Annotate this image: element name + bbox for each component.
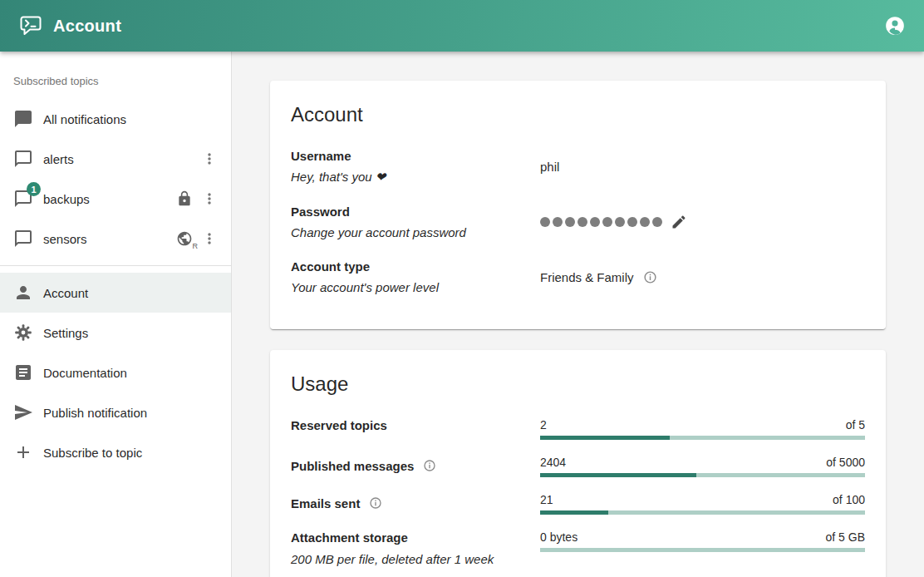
usage-limit-value: of 5 GB bbox=[826, 530, 865, 544]
notification-count-badge: 1 bbox=[27, 182, 41, 196]
usage-meter: 2of 5 bbox=[540, 418, 865, 440]
person-icon bbox=[13, 283, 33, 303]
account-card: Account UsernameHey, that's you ❤philPas… bbox=[270, 81, 886, 329]
more-vert-icon[interactable] bbox=[199, 229, 219, 249]
sidebar-subheader: Subscribed topics bbox=[0, 52, 231, 99]
topic-list: All notificationsalerts1backupssensorsR bbox=[0, 99, 231, 259]
page-layout: Subscribed topics All notificationsalert… bbox=[0, 52, 924, 577]
usage-card: Usage Reserved topics2of 5Published mess… bbox=[270, 350, 886, 577]
password-dot bbox=[652, 217, 662, 227]
usage-current-value: 21 bbox=[540, 493, 553, 506]
usage-current-value: 2404 bbox=[540, 456, 566, 469]
usage-row-attachment-storage: Attachment storage200 MB per file, delet… bbox=[291, 530, 865, 566]
sidebar-item-backups[interactable]: 1backups bbox=[0, 179, 231, 219]
field-subtitle: Hey, that's you ❤ bbox=[291, 170, 540, 185]
field-value-text: Friends & Family bbox=[540, 270, 634, 284]
usage-meter: 21of 100 bbox=[540, 493, 865, 515]
info-icon[interactable] bbox=[420, 456, 440, 476]
sidebar-item-label: Settings bbox=[43, 326, 219, 340]
sidebar-item-account[interactable]: Account bbox=[0, 273, 231, 313]
account-field-row-username: UsernameHey, that's you ❤phil bbox=[291, 149, 865, 185]
sidebar-item-label: Account bbox=[43, 286, 219, 300]
usage-label-text: Attachment storage bbox=[291, 530, 408, 545]
page-title: Account bbox=[53, 17, 121, 36]
usage-meter: 2404of 5000 bbox=[540, 456, 865, 477]
more-vert-icon[interactable] bbox=[199, 149, 219, 169]
sidebar-item-documentation[interactable]: Documentation bbox=[0, 353, 231, 392]
usage-limit-value: of 5 bbox=[846, 418, 865, 432]
sidebar-item-label: backups bbox=[43, 192, 174, 206]
more-vert-icon[interactable] bbox=[199, 189, 219, 209]
password-dot bbox=[540, 217, 550, 227]
field-subtitle: Your account's power level bbox=[291, 280, 540, 294]
password-dot bbox=[578, 217, 587, 227]
password-dot bbox=[602, 217, 612, 227]
usage-meters: Reserved topics2of 5Published messages24… bbox=[291, 418, 865, 566]
account-rows: UsernameHey, that's you ❤philPasswordCha… bbox=[291, 149, 865, 294]
usage-label-text: Reserved topics bbox=[291, 418, 387, 432]
password-dot bbox=[627, 217, 637, 227]
nav-list: Account SettingsDocumentationPublish not… bbox=[0, 273, 231, 472]
sidebar-item-label: Documentation bbox=[43, 366, 219, 380]
field-value-text: phil bbox=[540, 160, 559, 174]
sidebar-item-sensors[interactable]: sensorsR bbox=[0, 219, 231, 259]
usage-current-value: 0 bytes bbox=[540, 530, 578, 544]
chat-outline-icon bbox=[13, 149, 33, 169]
usage-label: Emails sent bbox=[291, 493, 540, 513]
usage-label: Attachment storage bbox=[291, 530, 540, 545]
info-icon[interactable] bbox=[641, 267, 661, 287]
password-dot bbox=[565, 217, 575, 227]
password-dots bbox=[540, 217, 662, 227]
app-header: Account bbox=[0, 0, 924, 52]
usage-subtitle: 200 MB per file, deleted after 1 week bbox=[291, 552, 540, 566]
field-subtitle: Change your account password bbox=[291, 225, 540, 239]
sidebar-item-alerts[interactable]: alerts bbox=[0, 139, 231, 179]
sidebar-item-subscribe-to-topic[interactable]: Subscribe to topic bbox=[0, 432, 231, 472]
usage-card-title: Usage bbox=[291, 372, 865, 396]
password-dot bbox=[553, 217, 563, 227]
account-field-row-account-type: Account typeYour account's power levelFr… bbox=[291, 259, 865, 294]
progress-fill bbox=[540, 473, 696, 477]
reserved-globe-icon: R bbox=[174, 229, 194, 249]
sidebar-item-settings[interactable]: Settings bbox=[0, 313, 231, 353]
account-circle-icon[interactable] bbox=[884, 15, 906, 37]
chat-filled-icon bbox=[13, 109, 33, 129]
usage-row-published-messages: Published messages2404of 5000 bbox=[291, 456, 865, 477]
sidebar-item-label: alerts bbox=[43, 152, 199, 166]
field-value: Friends & Family bbox=[540, 267, 865, 287]
sidebar: Subscribed topics All notificationsalert… bbox=[0, 52, 232, 577]
password-dot bbox=[590, 217, 600, 227]
article-icon bbox=[13, 362, 33, 382]
sidebar-item-label: Publish notification bbox=[43, 406, 219, 420]
usage-limit-value: of 100 bbox=[833, 493, 865, 506]
sidebar-item-label: sensors bbox=[43, 232, 174, 246]
progress-bar bbox=[540, 510, 865, 515]
usage-label-text: Emails sent bbox=[291, 496, 360, 510]
progress-bar bbox=[540, 548, 865, 552]
sidebar-item-publish-notification[interactable]: Publish notification bbox=[0, 392, 231, 432]
account-field-row-password: PasswordChange your account password bbox=[291, 205, 865, 239]
chat-outline-icon: 1 bbox=[13, 189, 33, 209]
usage-meter: 0 bytesof 5 GB bbox=[540, 530, 865, 552]
reserved-r-label: R bbox=[193, 242, 199, 250]
ntfy-logo-icon bbox=[19, 14, 42, 37]
password-dot bbox=[615, 217, 625, 227]
password-dot bbox=[640, 217, 650, 227]
progress-fill bbox=[540, 510, 608, 515]
usage-row-emails-sent: Emails sent21of 100 bbox=[291, 493, 865, 515]
usage-label-text: Published messages bbox=[291, 459, 414, 473]
chat-outline-icon bbox=[13, 229, 33, 249]
edit-icon[interactable] bbox=[669, 212, 689, 232]
field-label: Account type bbox=[291, 259, 540, 274]
lock-icon bbox=[174, 189, 194, 209]
usage-current-value: 2 bbox=[540, 418, 547, 432]
field-value bbox=[540, 212, 865, 232]
gear-icon bbox=[13, 323, 33, 343]
info-icon[interactable] bbox=[366, 493, 386, 513]
account-card-title: Account bbox=[291, 103, 865, 126]
sidebar-item-all-notifications[interactable]: All notifications bbox=[0, 99, 231, 139]
usage-limit-value: of 5000 bbox=[826, 456, 865, 469]
field-label: Password bbox=[291, 205, 540, 219]
main-content[interactable]: Account UsernameHey, that's you ❤philPas… bbox=[232, 52, 924, 577]
plus-icon bbox=[13, 442, 33, 462]
